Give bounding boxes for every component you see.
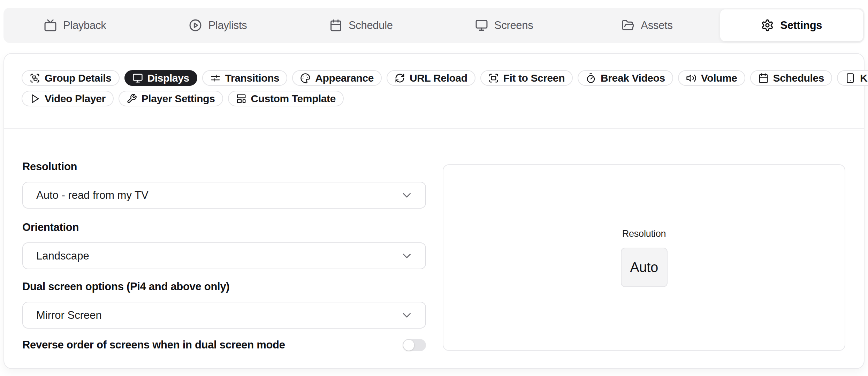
layout-template-icon <box>236 93 246 104</box>
subnav-pill-custom-template[interactable]: Custom Template <box>228 91 344 106</box>
nav-tab-screens[interactable]: Screens <box>433 8 576 43</box>
subnav-pill-label: URL Reload <box>410 72 467 84</box>
orientation-field: OrientationLandscape <box>22 220 426 269</box>
subnav-pill-video-player[interactable]: Video Player <box>22 91 114 106</box>
chevron-down-icon <box>400 309 413 322</box>
subnav-pill-label: Group Details <box>45 72 112 84</box>
subnav-pill-player-settings[interactable]: Player Settings <box>119 91 223 106</box>
refresh-icon <box>395 73 405 83</box>
play-icon <box>30 93 40 104</box>
nav-tab-schedule[interactable]: Schedule <box>290 8 433 43</box>
nav-tab-playlists[interactable]: Playlists <box>146 8 289 43</box>
subnav-pill-label: Video Player <box>45 93 106 105</box>
divider <box>4 128 864 129</box>
subnav-pill-label: Kiosk Mode <box>860 72 868 84</box>
nav-tab-label: Playlists <box>208 19 247 32</box>
nav-tab-label: Playback <box>63 19 106 32</box>
subnav-pill-volume[interactable]: Volume <box>678 70 745 86</box>
dual-screen-field: Dual screen options (Pi4 and above only)… <box>22 280 426 329</box>
chevron-down-icon <box>400 249 413 263</box>
preview-resolution-value: Auto <box>630 260 658 275</box>
dual-screen-label: Dual screen options (Pi4 and above only) <box>22 280 426 294</box>
reverse-order-toggle-label: Reverse order of screens when in dual sc… <box>22 338 285 352</box>
settings-subnav-row-2: Video PlayerPlayer SettingsCustom Templa… <box>22 91 344 106</box>
monitor-icon <box>132 73 143 83</box>
sliders-icon <box>210 73 221 83</box>
resolution-preview-content: Resolution Auto <box>621 228 668 287</box>
folder-open-icon <box>622 19 634 32</box>
subnav-pill-schedules[interactable]: Schedules <box>750 70 832 86</box>
calendar-icon <box>758 73 769 83</box>
nav-tab-label: Screens <box>494 19 533 32</box>
nav-tab-label: Schedule <box>349 19 393 32</box>
subnav-pill-displays[interactable]: Displays <box>124 70 197 86</box>
top-nav: PlaybackPlaylistsScheduleScreensAssetsSe… <box>3 8 865 43</box>
resolution-select-value: Auto - read from my TV <box>36 189 149 202</box>
resolution-select[interactable]: Auto - read from my TV <box>22 182 426 209</box>
subnav-pill-label: Volume <box>701 72 737 84</box>
tv-icon <box>44 19 57 32</box>
smartphone-icon <box>845 73 855 83</box>
subnav-pill-label: Displays <box>147 72 189 84</box>
circle-play-icon <box>189 19 202 32</box>
subnav-pill-url-reload[interactable]: URL Reload <box>387 70 475 86</box>
subnav-pill-label: Fit to Screen <box>503 72 565 84</box>
settings-subnav-row-1: Group DetailsDisplaysTransitionsAppearan… <box>22 70 868 86</box>
resolution-field: ResolutionAuto - read from my TV <box>22 160 426 209</box>
resolution-preview-panel: Resolution Auto <box>443 164 845 351</box>
reverse-order-toggle[interactable] <box>403 339 426 351</box>
subnav-pill-label: Schedules <box>773 72 824 84</box>
reverse-order-toggle-row: Reverse order of screens when in dual sc… <box>22 338 426 352</box>
subnav-pill-transitions[interactable]: Transitions <box>202 70 288 86</box>
nav-tab-settings[interactable]: Settings <box>720 9 863 41</box>
preview-resolution-value-box: Auto <box>621 248 668 287</box>
subnav-pill-fit-to-screen[interactable]: Fit to Screen <box>480 70 573 86</box>
subnav-pill-kiosk-mode[interactable]: Kiosk Mode <box>837 70 868 86</box>
toggle-knob <box>403 340 414 351</box>
nav-tab-label: Settings <box>780 19 822 32</box>
orientation-select-value: Landscape <box>36 250 89 262</box>
subnav-pill-group-details[interactable]: Group Details <box>22 70 120 86</box>
fullscreen-icon <box>488 73 499 83</box>
dual-screen-select-value: Mirror Screen <box>36 309 102 322</box>
subnav-pill-break-videos[interactable]: Break Videos <box>578 70 673 86</box>
orientation-select[interactable]: Landscape <box>22 242 426 269</box>
subnav-pill-label: Appearance <box>315 72 374 84</box>
subnav-pill-label: Transitions <box>225 72 280 84</box>
nav-tab-assets[interactable]: Assets <box>576 8 718 43</box>
subnav-pill-label: Break Videos <box>601 72 665 84</box>
settings-card: Group DetailsDisplaysTransitionsAppearan… <box>3 53 865 369</box>
preview-resolution-label: Resolution <box>622 228 666 239</box>
nav-tab-label: Assets <box>641 19 672 32</box>
dual-screen-select[interactable]: Mirror Screen <box>22 302 426 329</box>
timer-icon <box>586 73 596 83</box>
chevron-down-icon <box>400 189 413 202</box>
resolution-label: Resolution <box>22 160 426 174</box>
group-icon <box>30 73 40 83</box>
nav-tab-playback[interactable]: Playback <box>3 8 146 43</box>
monitor-icon <box>475 19 488 32</box>
calendar-icon <box>329 19 342 32</box>
subnav-pill-label: Custom Template <box>251 93 336 105</box>
gear-icon <box>761 19 774 32</box>
wrench-icon <box>127 93 137 104</box>
subnav-pill-label: Player Settings <box>142 93 215 105</box>
orientation-label: Orientation <box>22 220 426 234</box>
palette-icon <box>300 73 311 83</box>
subnav-pill-appearance[interactable]: Appearance <box>292 70 382 86</box>
volume-icon <box>686 73 696 83</box>
